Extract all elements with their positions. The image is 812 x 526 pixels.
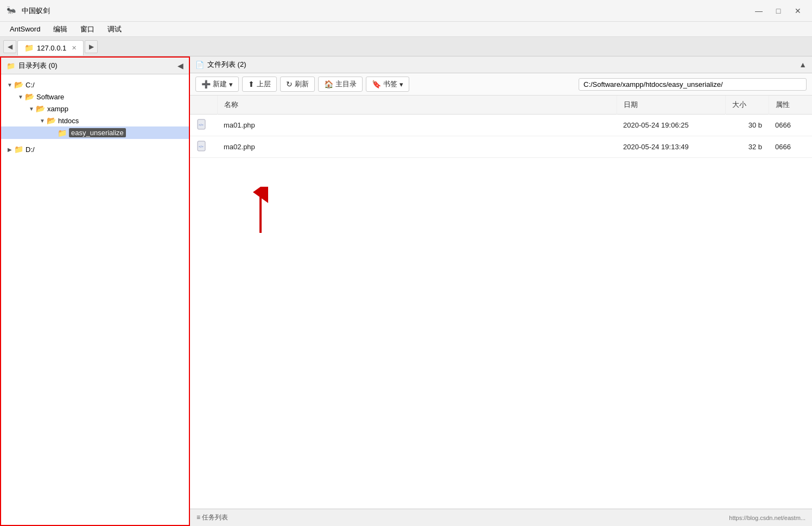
tab-folder-icon: 📁 — [24, 43, 34, 52]
bookmark-dropdown-icon: ▾ — [399, 80, 403, 88]
left-panel-collapse-button[interactable]: ◀ — [177, 61, 183, 70]
svg-text:</>: </> — [199, 123, 204, 126]
tree-toggle-d[interactable]: ▶ — [5, 147, 14, 153]
new-icon: ➕ — [201, 80, 211, 88]
left-panel: 📁 目录列表 (0) ◀ ▼ 📂 C:/ ▼ 📂 Software — [0, 56, 190, 526]
tab-scroll-right[interactable]: ▶ — [85, 40, 98, 53]
file-attr-cell-1: 0666 — [769, 115, 812, 136]
tab-127001[interactable]: 📁 127.0.0.1 ✕ — [17, 40, 84, 55]
table-row[interactable]: </> ma02.php 2020-05-24 19:13:49 32 b 06… — [190, 136, 812, 158]
task-list-label[interactable]: ≡ 任务列表 — [196, 513, 228, 522]
tree-item-software[interactable]: ▼ 📂 Software — [1, 91, 189, 103]
bookmark-icon: 🔖 — [372, 80, 381, 88]
file-icon-cell-2: </> — [190, 136, 217, 158]
tab-scroll-left[interactable]: ◀ — [3, 40, 16, 53]
new-dropdown-icon: ▾ — [229, 80, 233, 88]
tab-label: 127.0.0.1 — [37, 44, 66, 52]
tree-label-c: C:/ — [26, 81, 35, 89]
home-label: 主目录 — [335, 79, 357, 89]
tree-label-xampp: xampp — [47, 105, 68, 113]
file-date-cell-1: 2020-05-24 19:06:25 — [617, 115, 725, 136]
right-panel-header: 📄 文件列表 (2) ▲ — [190, 56, 812, 73]
tree-toggle-easy — [49, 130, 58, 136]
file-icon-cell-1: </> — [190, 115, 217, 136]
tree-label-htdocs: htdocs — [58, 117, 79, 125]
tree-toggle-c[interactable]: ▼ — [5, 82, 14, 88]
tree-toggle-xampp[interactable]: ▼ — [27, 106, 36, 112]
col-icon-header — [190, 96, 217, 115]
tree-label-d: D:/ — [26, 145, 35, 154]
tree-item-easy-unserialize[interactable]: 📁 easy_unserialize — [1, 126, 189, 139]
tabbar: ◀ 📁 127.0.0.1 ✕ ▶ — [0, 37, 812, 56]
toolbar: ➕ 新建 ▾ ⬆ 上层 ↻ 刷新 🏠 主目录 🔖 书签 ▾ — [190, 73, 812, 96]
folder-icon-xampp: 📂 — [36, 104, 45, 113]
folder-icon-easy: 📁 — [58, 129, 67, 137]
file-table: 名称 日期 大小 属性 </> ma01.ph — [190, 96, 812, 509]
tree-toggle-software[interactable]: ▼ — [16, 94, 25, 100]
titlebar: 🐜 中国蚁剑 — □ ✕ — [0, 0, 812, 22]
tree-toggle-htdocs[interactable]: ▼ — [38, 118, 47, 124]
path-input[interactable] — [579, 78, 807, 91]
php-file-icon-2: </> — [196, 141, 207, 151]
folder-icon-d: 📁 — [14, 145, 23, 154]
tree-container: ▼ 📂 C:/ ▼ 📂 Software ▼ 📂 xampp ▼ — [1, 74, 189, 525]
bottom-bar: ≡ 任务列表 https://blog.csdn.net/eastm... — [190, 509, 812, 526]
maximize-button[interactable]: □ — [771, 3, 786, 18]
up-icon: ⬆ — [248, 80, 255, 88]
home-icon: 🏠 — [324, 80, 333, 88]
file-name-cell-2: ma02.php — [217, 136, 617, 158]
window-controls: — □ ✕ — [751, 3, 805, 18]
left-panel-folder-icon: 📁 — [7, 62, 15, 70]
bookmark-label: 书签 — [383, 79, 397, 89]
menu-edit[interactable]: 编辑 — [48, 23, 73, 36]
right-panel-title: 文件列表 (2) — [207, 60, 246, 69]
php-file-icon-1: </> — [196, 119, 207, 130]
new-label: 新建 — [213, 79, 227, 89]
file-size-cell-2: 32 b — [725, 136, 769, 158]
col-attr-header[interactable]: 属性 — [769, 96, 812, 115]
file-date-cell-2: 2020-05-24 19:13:49 — [617, 136, 725, 158]
left-panel-title: 目录列表 (0) — [18, 61, 58, 71]
tree-label-easy: easy_unserialize — [69, 128, 126, 137]
bottom-url: https://blog.csdn.net/eastm... — [729, 515, 805, 521]
file-size-cell-1: 30 b — [725, 115, 769, 136]
col-date-header[interactable]: 日期 — [617, 96, 725, 115]
left-panel-header-left: 📁 目录列表 (0) — [7, 61, 58, 71]
tree-item-c[interactable]: ▼ 📂 C:/ — [1, 79, 189, 91]
up-button[interactable]: ⬆ 上层 — [242, 77, 277, 92]
menu-debug[interactable]: 调试 — [102, 23, 127, 36]
right-panel-file-icon: 📄 — [195, 61, 204, 69]
tree-item-d[interactable]: ▶ 📁 D:/ — [1, 143, 189, 155]
close-button[interactable]: ✕ — [790, 3, 805, 18]
svg-text:</>: </> — [199, 145, 204, 148]
right-panel-collapse-button[interactable]: ▲ — [799, 60, 807, 69]
home-button[interactable]: 🏠 主目录 — [318, 77, 363, 92]
right-panel: 📄 文件列表 (2) ▲ ➕ 新建 ▾ ⬆ 上层 ↻ 刷新 🏠 主目录 — [190, 56, 812, 526]
app-icon: 🐜 — [7, 5, 17, 16]
main-layout: 📁 目录列表 (0) ◀ ▼ 📂 C:/ ▼ 📂 Software — [0, 56, 812, 526]
file-name-cell-1: ma01.php — [217, 115, 617, 136]
files-table: 名称 日期 大小 属性 </> ma01.ph — [190, 96, 812, 158]
menu-window[interactable]: 窗口 — [75, 23, 100, 36]
table-row[interactable]: </> ma01.php 2020-05-24 19:06:25 30 b 06… — [190, 115, 812, 136]
menu-antsword[interactable]: AntSword — [4, 23, 46, 35]
minimize-button[interactable]: — — [751, 3, 766, 18]
tree-item-xampp[interactable]: ▼ 📂 xampp — [1, 103, 189, 115]
col-size-header[interactable]: 大小 — [725, 96, 769, 115]
tab-close-button[interactable]: ✕ — [72, 45, 77, 52]
refresh-button[interactable]: ↻ 刷新 — [280, 77, 315, 92]
menubar: AntSword 编辑 窗口 调试 — [0, 22, 812, 37]
bookmark-button[interactable]: 🔖 书签 ▾ — [366, 77, 409, 92]
file-attr-cell-2: 0666 — [769, 136, 812, 158]
table-header-row: 名称 日期 大小 属性 — [190, 96, 812, 115]
left-panel-header: 📁 目录列表 (0) ◀ — [1, 58, 189, 74]
folder-icon-htdocs: 📂 — [47, 116, 56, 125]
folder-icon-software: 📂 — [25, 92, 34, 101]
folder-icon-c: 📂 — [14, 80, 23, 89]
up-label: 上层 — [257, 79, 271, 89]
new-button[interactable]: ➕ 新建 ▾ — [195, 77, 239, 92]
tree-item-htdocs[interactable]: ▼ 📂 htdocs — [1, 115, 189, 126]
tree-label-software: Software — [36, 93, 64, 101]
col-name-header[interactable]: 名称 — [217, 96, 617, 115]
refresh-label: 刷新 — [295, 79, 309, 89]
